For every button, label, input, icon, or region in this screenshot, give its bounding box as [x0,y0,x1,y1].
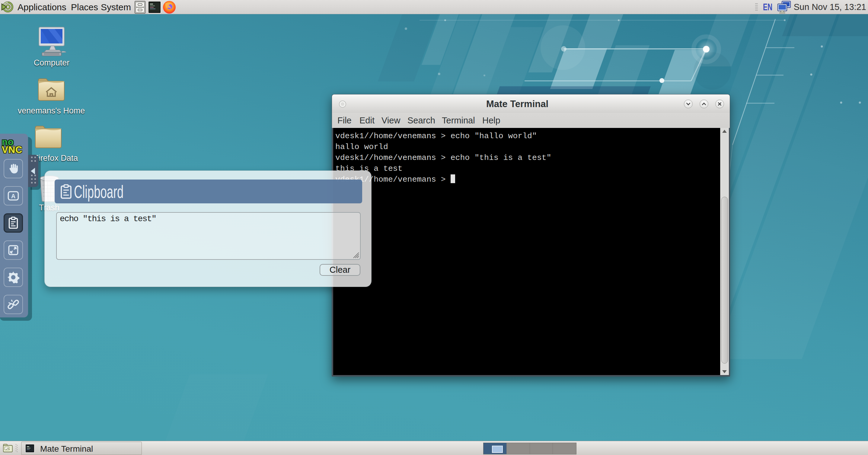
svg-text:A: A [11,193,16,199]
